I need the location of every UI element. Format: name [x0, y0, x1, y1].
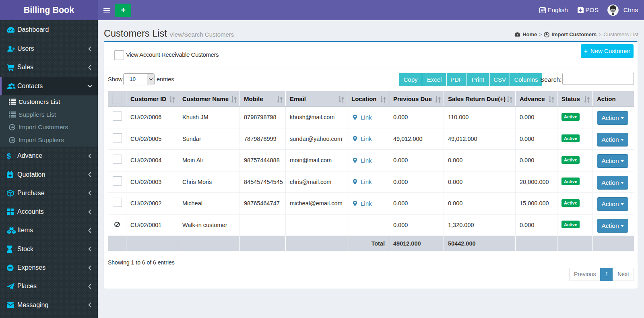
svg-text:A: A [541, 8, 543, 12]
svg-text:$: $ [7, 152, 11, 160]
